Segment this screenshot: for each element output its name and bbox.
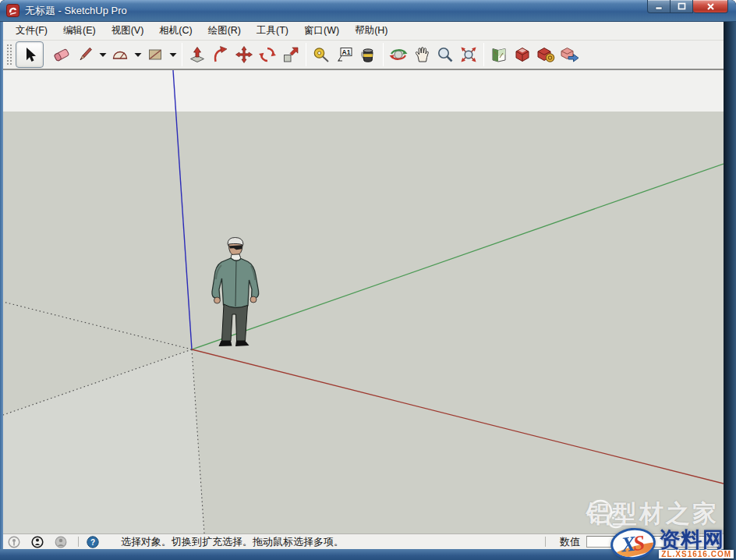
pan-hand-icon [412, 45, 431, 64]
maximize-icon [678, 2, 686, 10]
status-separator [545, 537, 546, 547]
toolbar-separator [483, 43, 484, 66]
rectangle-icon [146, 45, 165, 64]
menu-edit[interactable]: 编辑(E) [55, 22, 104, 40]
line-tool-dropdown[interactable] [97, 42, 108, 67]
menu-tools[interactable]: 工具(T) [249, 22, 296, 40]
push-pull-icon [188, 45, 207, 64]
svg-text:A1: A1 [342, 48, 351, 56]
window-title: 无标题 - SketchUp Pro [25, 4, 127, 18]
text-tool-button[interactable]: A1 [333, 42, 356, 67]
select-arrow-icon [20, 45, 39, 64]
text-label-icon: A1 [335, 45, 354, 64]
line-tool-button[interactable] [73, 42, 97, 67]
minimize-button[interactable] [647, 0, 671, 13]
pan-tool-button[interactable] [410, 42, 433, 67]
push-pull-tool-button[interactable] [186, 42, 209, 67]
menu-help[interactable]: 帮助(H) [347, 22, 395, 40]
rotate-tool-button[interactable] [256, 42, 279, 67]
status-separator [78, 537, 79, 547]
arc-tool-button[interactable] [108, 42, 132, 67]
svg-text:?: ? [90, 537, 95, 546]
sketchup-logo-icon [6, 4, 19, 17]
menu-file[interactable]: 文件(F) [8, 22, 55, 40]
chevron-down-icon [168, 45, 178, 64]
orbit-tool-button[interactable] [387, 42, 410, 67]
add-location-button[interactable] [487, 42, 511, 67]
window-frame-right [724, 22, 736, 560]
map-location-icon [490, 45, 508, 64]
warehouse-box-icon [513, 45, 532, 64]
model-viewport[interactable]: 铝型材之家 [3, 70, 724, 533]
paint-bucket-tool-button[interactable] [356, 42, 380, 67]
eraser-tool-button[interactable] [50, 42, 73, 67]
status-bar: ? 选择对象。切换到扩充选择。拖动鼠标选择多项。 数值 [3, 533, 724, 549]
sign-in-avatar-icon[interactable] [55, 536, 67, 548]
help-icon[interactable]: ? [87, 536, 99, 548]
toolbar-grip-handle[interactable] [6, 44, 13, 66]
credit-attribution-icon[interactable] [31, 536, 44, 548]
menu-window[interactable]: 窗口(W) [296, 22, 347, 40]
move-tool-button[interactable] [232, 42, 256, 67]
eraser-icon [52, 45, 71, 64]
chevron-down-icon [98, 45, 108, 64]
protractor-arc-icon [111, 45, 129, 64]
toolbar-separator [182, 43, 182, 66]
scale-icon [281, 45, 300, 64]
toolbar-separator [306, 43, 306, 66]
magnifier-icon [436, 45, 455, 64]
scene-canvas [3, 70, 724, 533]
move-arrows-icon [235, 45, 253, 64]
scale-tool-button[interactable] [279, 42, 303, 67]
toolbar-separator [383, 43, 384, 66]
measurements-input[interactable] [586, 536, 719, 548]
menu-view[interactable]: 视图(V) [104, 22, 152, 40]
measurements-label: 数值 [560, 535, 580, 549]
toolbar: A1 [3, 41, 724, 70]
window-frame-bottom [0, 549, 724, 560]
title-bar: 无标题 - SketchUp Pro [0, 0, 736, 22]
sketchup-window: 无标题 - SketchUp Pro 文件(F) 编辑(E) 视图(V) 相机(… [0, 0, 736, 560]
zoom-tool-button[interactable] [433, 42, 457, 67]
arc-tool-dropdown[interactable] [132, 42, 143, 67]
maximize-button[interactable] [671, 0, 693, 13]
sky-band [3, 70, 724, 112]
zoom-extents-tool-button[interactable] [457, 42, 480, 67]
follow-me-icon [211, 45, 230, 64]
rectangle-tool-dropdown[interactable] [167, 42, 179, 67]
close-icon [706, 2, 715, 11]
follow-me-tool-button[interactable] [209, 42, 232, 67]
minimize-icon [655, 3, 663, 10]
pencil-icon [76, 45, 94, 64]
menu-bar: 文件(F) 编辑(E) 视图(V) 相机(C) 绘图(R) 工具(T) 窗口(W… [3, 22, 724, 41]
rotate-icon [258, 45, 277, 64]
export-model-button[interactable] [557, 42, 581, 67]
menu-draw[interactable]: 绘图(R) [200, 22, 249, 40]
geolocation-status-icon[interactable] [8, 536, 20, 548]
share-model-button[interactable] [534, 42, 557, 67]
close-button[interactable] [693, 0, 728, 13]
get-models-button[interactable] [511, 42, 534, 67]
rectangle-tool-button[interactable] [143, 42, 167, 67]
export-arrow-icon [559, 45, 579, 64]
zoom-extents-icon [458, 45, 479, 64]
select-tool-button[interactable] [16, 41, 44, 68]
menu-camera[interactable]: 相机(C) [151, 22, 200, 40]
tape-measure-icon [312, 45, 331, 64]
tape-measure-tool-button[interactable] [310, 42, 333, 67]
orbit-icon [388, 45, 409, 64]
status-message: 选择对象。切换到扩充选择。拖动鼠标选择多项。 [121, 535, 545, 549]
paint-bucket-icon [359, 45, 377, 64]
share-model-icon [536, 45, 556, 64]
chevron-down-icon [133, 45, 143, 64]
